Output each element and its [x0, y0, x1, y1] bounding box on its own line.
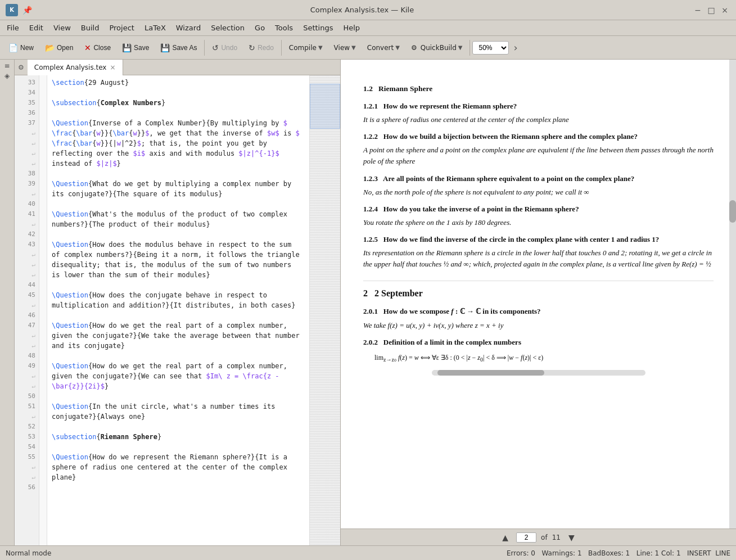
status-mode: Normal mode — [6, 549, 51, 557]
editor-tab-complex-analysis[interactable]: Complex Analysis.tex × — [28, 60, 123, 75]
menu-selection[interactable]: Selection — [206, 22, 249, 34]
fold-column — [39, 75, 47, 545]
status-badboxes: BadBoxes: 1 — [588, 549, 630, 557]
save-icon: 💾 — [122, 43, 132, 52]
undo-label: Undo — [221, 44, 237, 52]
code-editor[interactable]: 33 34 35 36 37 ↵ ↵ ↵ ↵ 38 39 ↵ 40 41 ↵ 4… — [15, 75, 340, 545]
quickbuild-dropdown[interactable]: ⚙ QuickBuild ▼ — [406, 41, 468, 55]
save-button[interactable]: 💾 Save — [117, 40, 154, 55]
preview-hscroll-area — [363, 370, 714, 376]
convert-dropdown[interactable]: Convert ▼ — [362, 41, 405, 55]
new-icon: 📄 — [8, 43, 18, 52]
preview-answer-1-2-1: It is a sphere of radius one centered at… — [363, 114, 714, 125]
status-warnings: Warnings: 1 — [541, 549, 581, 557]
menu-file[interactable]: File — [2, 22, 24, 34]
sidebar-icon-2[interactable]: ◈ — [4, 72, 10, 80]
saveas-label: Save As — [172, 44, 197, 52]
redo-button[interactable]: ↻ Redo — [243, 40, 279, 55]
preview-subsubsection-1-2-2: 1.2.2 How do we build a bijection betwee… — [363, 131, 714, 142]
preview-answer-1-2-2: A point on the sphere and a point on the… — [363, 144, 714, 167]
preview-answer-1-2-4: You rotate the sphere on the 1 axis by 1… — [363, 217, 714, 228]
menubar: File Edit View Build Project LaTeX Wizar… — [0, 20, 736, 36]
preview-vscrollbar[interactable] — [729, 60, 736, 529]
editor-pane: ⚙ Complex Analysis.tex × 33 34 35 36 37 … — [15, 60, 341, 545]
zoom-select[interactable]: 25% 50% 75% 100% 150% — [472, 41, 509, 55]
compile-label: Compile — [289, 44, 317, 52]
view-label: View — [334, 44, 350, 52]
preview-pane: 1.2 Riemann Sphere 1.2.1 How do we repre… — [341, 60, 736, 545]
preview-answer-1-2-5: Its representation on the Riemann sphere… — [363, 247, 714, 270]
code-text[interactable]: \section{29 August} \subsection{Complex … — [47, 75, 309, 545]
new-button[interactable]: 📄 New — [3, 40, 39, 55]
menu-latex[interactable]: LaTeX — [140, 22, 170, 34]
quickbuild-label: QuickBuild — [421, 44, 457, 52]
page-number-input[interactable] — [516, 532, 536, 543]
preview-subsubsection-1-2-3: 1.2.3 Are all points of the Riemann sphe… — [363, 173, 714, 184]
close-label: Close — [93, 44, 111, 52]
preview-hscrollbar[interactable] — [432, 370, 645, 376]
titlebar-left: K 📌 — [6, 4, 32, 16]
status-line: LINE — [715, 549, 730, 557]
toolbar-more-button[interactable]: › — [510, 42, 521, 53]
status-insert: INSERT — [687, 549, 711, 557]
menu-edit[interactable]: Edit — [25, 22, 48, 34]
menu-go[interactable]: Go — [250, 22, 269, 34]
close-button[interactable]: ✕ Close — [79, 40, 116, 55]
sidebar-icons: ≡ ◈ — [0, 60, 15, 545]
preview-content: 1.2 Riemann Sphere 1.2.1 How do we repre… — [341, 60, 736, 529]
main-area: ≡ ◈ ⚙ Complex Analysis.tex × 33 34 35 36… — [0, 60, 736, 545]
open-button[interactable]: 📂 Open — [40, 40, 78, 55]
toolbar: 📄 New 📂 Open ✕ Close 💾 Save 💾 Save As ↺ … — [0, 36, 736, 60]
new-label: New — [20, 44, 34, 52]
open-icon: 📂 — [45, 43, 55, 52]
preview-subsubsection-2-0-1: 2.0.1 How do we scompose f : ℂ → ℂ in it… — [363, 306, 714, 317]
save-label: Save — [134, 44, 149, 52]
editor-tab-title: Complex Analysis.tex — [34, 64, 107, 71]
preview-section-2: 2 2 September — [363, 281, 714, 301]
maximize-button[interactable]: □ — [706, 4, 717, 16]
line-numbers: 33 34 35 36 37 ↵ ↵ ↵ ↵ 38 39 ↵ 40 41 ↵ 4… — [15, 75, 39, 545]
redo-label: Redo — [258, 44, 274, 52]
minimap — [309, 75, 340, 545]
toolbar-separator-1 — [204, 40, 205, 56]
menu-tools[interactable]: Tools — [270, 22, 297, 34]
preview-bottom-bar: ▲ of 11 ▼ — [341, 529, 736, 545]
close-icon: ✕ — [84, 43, 91, 52]
kile-icon: K — [6, 4, 18, 16]
menu-project[interactable]: Project — [105, 22, 138, 34]
page-down-button[interactable]: ▼ — [565, 532, 578, 543]
preview-vscrollbar-thumb — [729, 200, 736, 223]
close-button[interactable]: × — [719, 4, 730, 16]
convert-label: Convert — [367, 44, 394, 52]
page-up-button[interactable]: ▲ — [499, 532, 512, 543]
minimize-button[interactable]: − — [692, 4, 703, 16]
menu-help[interactable]: Help — [338, 22, 364, 34]
menu-settings[interactable]: Settings — [299, 22, 337, 34]
menu-view[interactable]: View — [49, 22, 75, 34]
redo-icon: ↻ — [249, 43, 255, 52]
titlebar: K 📌 Complex Analysis.tex — Kile − □ × — [0, 0, 736, 20]
status-position: Line: 1 Col: 1 — [636, 549, 681, 557]
toolbar-separator-3 — [469, 40, 470, 56]
undo-button[interactable]: ↺ Undo — [207, 40, 242, 55]
sidebar-icon-1[interactable]: ≡ — [4, 62, 10, 70]
preview-answer-2-0-1: We take f(z) = u(x, y) + iv(x, y) where … — [363, 320, 714, 331]
menu-wizard[interactable]: Wizard — [171, 22, 205, 34]
titlebar-title: Complex Analysis.tex — Kile — [32, 6, 692, 14]
editor-tab-bar: ⚙ Complex Analysis.tex × — [15, 60, 340, 75]
quickbuild-caret: ▼ — [458, 44, 463, 51]
saveas-button[interactable]: 💾 Save As — [155, 40, 202, 55]
compile-caret: ▼ — [318, 44, 323, 51]
preview-math-block: limz→z₀ f(z) = w ⟺ ∀ε ∃δ : (0 < |z − z0|… — [374, 353, 714, 364]
view-dropdown[interactable]: View ▼ — [329, 41, 361, 55]
pin-icon[interactable]: 📌 — [22, 6, 32, 15]
minimap-highlight — [310, 84, 340, 129]
quickbuild-icon: ⚙ — [411, 44, 417, 52]
minimap-content — [310, 75, 340, 545]
page-of-label: of — [541, 534, 548, 541]
editor-tab-close[interactable]: × — [110, 64, 115, 71]
compile-dropdown[interactable]: Compile ▼ — [284, 41, 328, 55]
status-info: Errors: 0 Warnings: 1 BadBoxes: 1 Line: … — [507, 549, 730, 557]
menu-build[interactable]: Build — [76, 22, 104, 34]
tab-bar-icon: ⚙ — [15, 64, 28, 71]
